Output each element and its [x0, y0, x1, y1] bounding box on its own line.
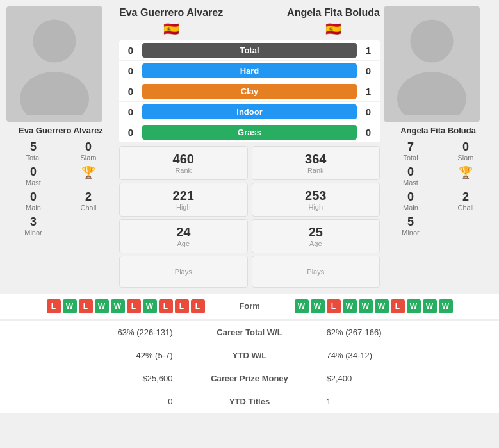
right-rank-high: 364 Rank: [252, 146, 380, 180]
left-player-stats: 5 Total 0 Slam 0 Mast 🏆 0 Main: [6, 139, 115, 238]
form-badge-w: W: [95, 299, 109, 313]
right-minor-label: Minor: [385, 229, 436, 236]
total-left-score: 0: [123, 45, 138, 56]
right-minor-cell: 5 Minor: [384, 214, 438, 238]
left-rank-box: 460 Rank: [119, 146, 248, 180]
right-player-name: Angela Fita Boluda: [384, 126, 493, 135]
clay-left-score: 0: [123, 86, 138, 97]
left-age-lbl: Age: [120, 240, 247, 247]
right-name-box: Angela Fita Boluda 🇪🇸: [287, 6, 380, 37]
bottom-stat-row-3: 0 YTD Titles 1: [0, 390, 499, 413]
right-mast-label: Mast: [385, 179, 436, 187]
left-slam-cell: 0 Slam: [61, 139, 115, 163]
left-chall-cell: 2 Chall: [61, 189, 115, 213]
right-chall-label: Chall: [440, 204, 491, 212]
left-flag: 🇪🇸: [119, 21, 223, 37]
form-badge-l: L: [127, 299, 141, 313]
form-badge-l: L: [47, 299, 61, 313]
left-chall-value: 2: [63, 190, 114, 204]
right-plays-row: Plays: [252, 256, 380, 288]
surfaces-box: 0 Total 1 0 Hard 0 0 Clay 1 0 Indoor: [119, 40, 380, 142]
right-rank-val: 364: [252, 152, 380, 167]
bottom-left-val-2: $25,600: [10, 374, 186, 383]
left-high-box: 221 High: [119, 183, 248, 217]
left-total-label: Total: [8, 154, 59, 162]
left-minor-value: 3: [8, 215, 59, 229]
grass-right-score: 0: [361, 127, 376, 138]
left-main-label: Main: [8, 204, 59, 212]
bottom-left-val-0: 63% (226-131): [10, 328, 186, 337]
right-flag: 🇪🇸: [287, 21, 380, 37]
right-age-box: 25 Age: [252, 219, 380, 253]
left-player-avatar: [6, 6, 102, 122]
bottom-stat-row-2: $25,600 Career Prize Money $2,400: [0, 367, 499, 390]
bottom-right-val-0: 62% (267-166): [314, 328, 490, 337]
hard-left-score: 0: [123, 65, 138, 76]
form-badge-w: W: [295, 299, 309, 313]
left-slam-value: 0: [63, 140, 114, 154]
form-badge-w: W: [423, 299, 437, 313]
form-badge-w: W: [63, 299, 77, 313]
left-minor-label: Minor: [8, 229, 59, 236]
left-name-box: Eva Guerrero Alvarez 🇪🇸: [119, 6, 223, 37]
right-mast-cell: 0 Mast: [384, 164, 438, 188]
right-chall-value: 2: [440, 190, 491, 204]
right-plays-lbl: Plays: [252, 261, 380, 282]
form-label: Form: [218, 301, 282, 311]
right-chall-cell: 2 Chall: [439, 189, 493, 213]
surface-grass-row: 0 Grass 0: [119, 122, 380, 142]
left-center-name: Eva Guerrero Alvarez: [119, 6, 223, 20]
left-high-row: 221 High: [119, 183, 248, 217]
form-badge-w: W: [407, 299, 421, 313]
form-badge-l: L: [79, 299, 93, 313]
bottom-stats: 63% (226-131) Career Total W/L 62% (267-…: [0, 320, 499, 413]
right-player-block: Angela Fita Boluda 7 Total 0 Slam 0 Mast…: [384, 6, 493, 288]
form-badge-l: L: [175, 299, 189, 313]
top-area: Eva Guerrero Alvarez 5 Total 0 Slam 0 Ma…: [0, 0, 499, 294]
left-form-badges: LWLWWLWLLL: [10, 299, 218, 313]
svg-point-0: [33, 19, 76, 62]
left-mast-value: 0: [8, 165, 59, 179]
center-block: Eva Guerrero Alvarez 🇪🇸 Angela Fita Bolu…: [119, 6, 380, 288]
bottom-right-val-1: 74% (34-12): [314, 351, 490, 360]
left-age-val: 24: [120, 225, 247, 240]
svg-point-1: [20, 72, 89, 115]
right-rank-block: 364 Rank 253 High 25 Age: [252, 146, 380, 288]
bottom-center-label-1: YTD W/L: [186, 351, 314, 360]
right-mast-value: 0: [385, 165, 436, 179]
right-slam-label: Slam: [440, 154, 491, 162]
hard-pill: Hard: [142, 63, 357, 78]
form-badge-w: W: [359, 299, 373, 313]
right-total-label: Total: [385, 154, 436, 162]
rank-row: 460 Rank 221 High 24 Age: [119, 146, 380, 288]
left-total-value: 5: [8, 140, 59, 154]
form-badge-w: W: [343, 299, 357, 313]
right-total-cell: 7 Total: [384, 139, 438, 163]
left-player-block: Eva Guerrero Alvarez 5 Total 0 Slam 0 Ma…: [6, 6, 115, 288]
right-player-stats: 7 Total 0 Slam 0 Mast 🏆 0 Main: [384, 139, 493, 238]
left-total-cell: 5 Total: [6, 139, 60, 163]
indoor-left-score: 0: [123, 106, 138, 117]
bottom-left-val-1: 42% (5-7): [10, 351, 186, 360]
hard-right-score: 0: [361, 65, 376, 76]
right-high-row: 253 High: [252, 183, 380, 217]
right-age-lbl: Age: [252, 240, 380, 247]
form-badge-w: W: [311, 299, 325, 313]
left-plays-box: Plays: [119, 256, 248, 288]
left-trophy-icon: 🏆: [63, 165, 114, 179]
grass-pill: Grass: [142, 125, 357, 140]
left-chall-label: Chall: [63, 204, 114, 212]
left-age-box: 24 Age: [119, 219, 248, 253]
right-player-avatar: [384, 6, 480, 122]
form-badge-l: L: [191, 299, 205, 313]
surface-hard-row: 0 Hard 0: [119, 61, 380, 81]
bottom-left-val-3: 0: [10, 397, 186, 406]
form-badge-w: W: [439, 299, 453, 313]
right-main-cell: 0 Main: [384, 189, 438, 213]
right-center-name: Angela Fita Boluda: [287, 6, 380, 20]
svg-point-2: [410, 19, 453, 62]
left-plays-row: Plays: [119, 256, 248, 288]
bottom-stat-row-1: 42% (5-7) YTD W/L 74% (34-12): [0, 344, 499, 367]
indoor-right-score: 0: [361, 106, 376, 117]
left-rank-val: 460: [120, 152, 247, 167]
